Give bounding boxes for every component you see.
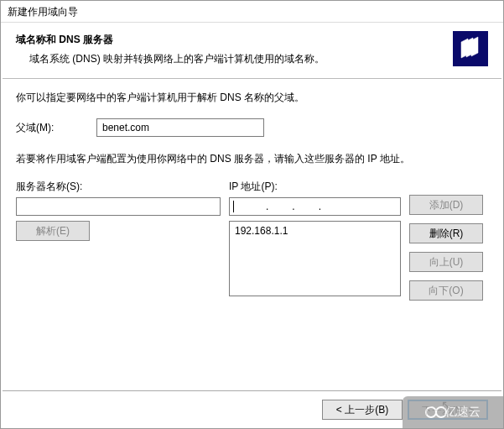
server-name-input[interactable]: [16, 197, 221, 216]
down-button[interactable]: 向下(O): [409, 280, 483, 301]
wizard-window: 新建作用域向导 域名称和 DNS 服务器 域名系统 (DNS) 映射并转换网络上…: [0, 0, 504, 429]
header-title: 域名称和 DNS 服务器: [16, 33, 490, 47]
remove-button[interactable]: 删除(R): [409, 223, 483, 243]
ip-address-input[interactable]: ...: [229, 197, 401, 216]
watermark: 亿速云: [403, 396, 503, 428]
side-buttons: 添加(D) 删除(R) 向上(U) 向下(O): [409, 195, 488, 301]
wizard-header: 域名称和 DNS 服务器 域名系统 (DNS) 映射并转换网络上的客户端计算机使…: [1, 23, 503, 75]
parent-domain-label: 父域(M):: [16, 121, 96, 135]
files-icon: [453, 31, 488, 66]
parent-domain-input[interactable]: benet.com: [96, 118, 264, 137]
intro-text: 你可以指定要网络中的客户端计算机用于解析 DNS 名称的父域。: [16, 91, 488, 105]
server-name-label: 服务器名称(S):: [16, 180, 221, 194]
window-title: 新建作用域向导: [1, 1, 503, 23]
watermark-text: 亿速云: [445, 405, 481, 420]
ip-list-item[interactable]: 192.168.1.1: [235, 225, 395, 237]
up-button[interactable]: 向上(U): [409, 252, 483, 272]
back-button[interactable]: < 上一步(B): [322, 400, 403, 420]
ip-column: IP 地址(P): ... 192.168.1.1: [229, 180, 401, 296]
ip-list[interactable]: 192.168.1.1: [229, 221, 401, 296]
wizard-content: 你可以指定要网络中的客户端计算机用于解析 DNS 名称的父域。 父域(M): b…: [1, 79, 503, 301]
ip-address-label: IP 地址(P):: [229, 180, 401, 194]
mid-text: 若要将作用域客户端配置为使用你网络中的 DNS 服务器，请输入这些服务器的 IP…: [16, 152, 488, 166]
header-subtitle: 域名系统 (DNS) 映射并转换网络上的客户端计算机使用的域名称。: [16, 52, 490, 66]
add-button[interactable]: 添加(D): [409, 195, 483, 215]
dns-grid: 服务器名称(S): 解析(E) IP 地址(P): ... 192.168.1.…: [16, 180, 488, 301]
resolve-button[interactable]: 解析(E): [16, 221, 90, 241]
server-name-column: 服务器名称(S): 解析(E): [16, 180, 221, 241]
footer-separator: [3, 390, 501, 391]
parent-domain-row: 父域(M): benet.com: [16, 118, 488, 137]
